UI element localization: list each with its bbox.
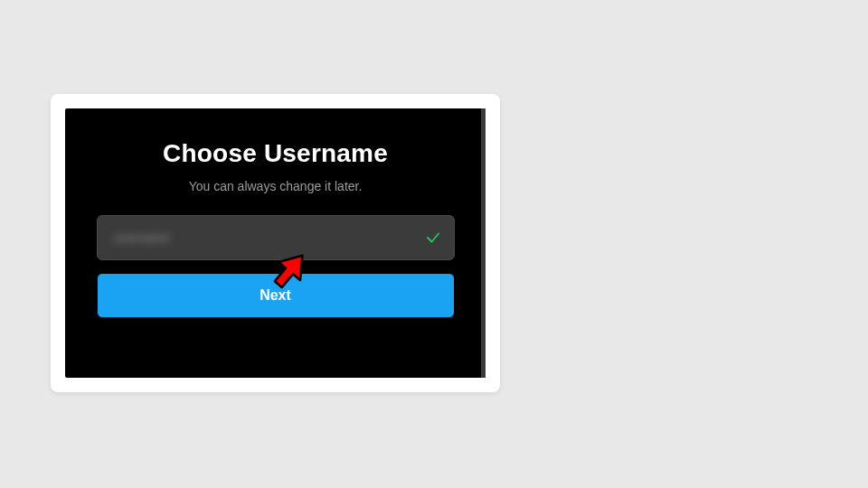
next-button-label: Next xyxy=(259,287,291,304)
dialog-subtitle: You can always change it later. xyxy=(189,179,363,193)
username-dialog: Choose Username You can always change it… xyxy=(65,108,486,378)
username-input[interactable]: username xyxy=(97,215,455,260)
checkmark-icon xyxy=(425,230,441,246)
screenshot-card: Choose Username You can always change it… xyxy=(51,94,500,392)
username-value: username xyxy=(114,230,170,245)
next-button[interactable]: Next xyxy=(97,273,455,318)
dialog-title: Choose Username xyxy=(163,139,388,168)
